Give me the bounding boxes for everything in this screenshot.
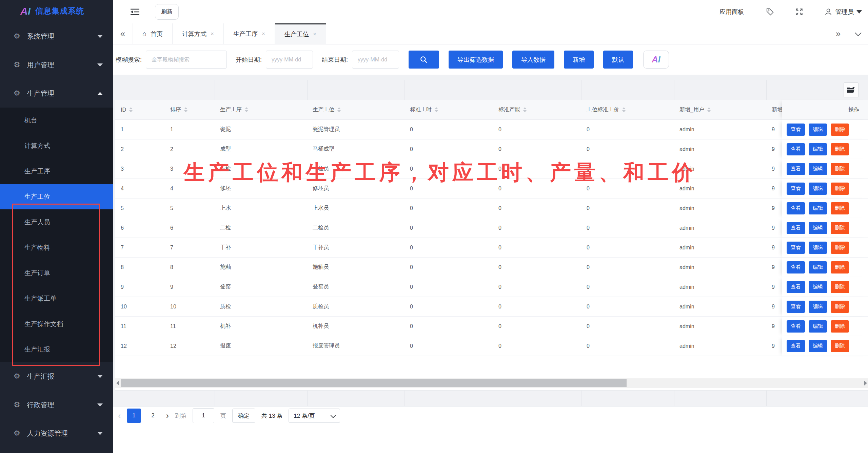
edit-button[interactable]: 编辑: [809, 163, 827, 175]
tab-首页[interactable]: ⌂首页: [133, 23, 173, 44]
edit-button[interactable]: 编辑: [809, 340, 827, 352]
sidebar-group-行政管理[interactable]: ⚙行政管理: [0, 391, 113, 419]
delete-button[interactable]: 删除: [831, 124, 849, 136]
scroll-left-arrow-icon[interactable]: [116, 381, 119, 385]
view-button[interactable]: 查看: [787, 143, 805, 155]
export-filtered-button[interactable]: 导出筛选数据: [449, 51, 503, 69]
view-button[interactable]: 查看: [787, 183, 805, 195]
sidebar-item-生产工序[interactable]: 生产工序: [0, 158, 113, 184]
delete-button[interactable]: 删除: [831, 183, 849, 195]
column-header-ID[interactable]: ID: [115, 100, 165, 119]
view-button[interactable]: 查看: [787, 222, 805, 234]
sidebar-item-生产操作文档[interactable]: 生产操作文档: [0, 311, 113, 337]
sort-icon[interactable]: [337, 107, 341, 112]
sidebar-collapse-icon[interactable]: [130, 8, 140, 16]
confirm-button[interactable]: 确定: [232, 409, 255, 423]
goto-page-input[interactable]: [193, 408, 214, 423]
refresh-button[interactable]: 刷新: [155, 4, 179, 20]
sort-icon[interactable]: [707, 107, 711, 112]
view-button[interactable]: 查看: [787, 281, 805, 293]
view-button[interactable]: 查看: [787, 261, 805, 273]
tag-icon[interactable]: [766, 7, 774, 16]
delete-button[interactable]: 删除: [831, 261, 849, 273]
horizontal-scrollbar[interactable]: [115, 378, 868, 388]
column-header-生产工位[interactable]: 生产工位: [307, 100, 405, 119]
sidebar-item-生产派工单[interactable]: 生产派工单: [0, 286, 113, 311]
view-button[interactable]: 查看: [787, 124, 805, 136]
column-header-新增_用户[interactable]: 新增_用户: [674, 100, 766, 119]
column-header-工位标准工价[interactable]: 工位标准工价: [581, 100, 674, 119]
sidebar-group-生产管理[interactable]: ⚙生产管理: [0, 79, 113, 108]
sidebar-item-计算方式[interactable]: 计算方式: [0, 133, 113, 158]
sidebar-group-生产汇报[interactable]: ⚙生产汇报: [0, 362, 113, 391]
scrollbar-thumb[interactable]: [121, 379, 627, 387]
sidebar-group-系统管理[interactable]: ⚙系统管理: [0, 22, 113, 51]
edit-button[interactable]: 编辑: [809, 222, 827, 234]
view-button[interactable]: 查看: [787, 340, 805, 352]
export-folder-button[interactable]: [844, 82, 859, 97]
edit-button[interactable]: 编辑: [809, 261, 827, 273]
delete-button[interactable]: 删除: [831, 301, 849, 313]
column-header-生产工序[interactable]: 生产工序: [215, 100, 307, 119]
close-icon[interactable]: ×: [262, 31, 265, 37]
edit-button[interactable]: 编辑: [809, 301, 827, 313]
sidebar-item-生产工位[interactable]: 生产工位: [0, 184, 113, 209]
sort-icon[interactable]: [129, 107, 133, 112]
search-button[interactable]: [409, 51, 439, 69]
start-date-input[interactable]: [266, 51, 313, 69]
sidebar-item-生产人员[interactable]: 生产人员: [0, 209, 113, 235]
tabs-scroll-right[interactable]: »: [828, 23, 848, 44]
column-header-标准工时[interactable]: 标准工时: [405, 100, 493, 119]
sort-icon[interactable]: [523, 107, 527, 112]
fullscreen-icon[interactable]: [795, 7, 804, 16]
sidebar-item-生产物料[interactable]: 生产物料: [0, 235, 113, 260]
sidebar-group-人力资源管理[interactable]: ⚙人力资源管理: [0, 419, 113, 448]
page-2[interactable]: 2: [146, 409, 160, 423]
delete-button[interactable]: 删除: [831, 202, 849, 214]
delete-button[interactable]: 删除: [831, 143, 849, 155]
default-button[interactable]: 默认: [603, 51, 633, 69]
delete-button[interactable]: 删除: [831, 222, 849, 234]
delete-button[interactable]: 删除: [831, 320, 849, 333]
end-date-input[interactable]: [352, 51, 399, 69]
sidebar-item-生产汇报[interactable]: 生产汇报: [0, 337, 113, 362]
sort-icon[interactable]: [435, 107, 438, 112]
view-button[interactable]: 查看: [787, 301, 805, 313]
column-header-标准产能[interactable]: 标准产能: [493, 100, 581, 119]
edit-button[interactable]: 编辑: [809, 183, 827, 195]
delete-button[interactable]: 删除: [831, 242, 849, 254]
edit-button[interactable]: 编辑: [809, 202, 827, 214]
tab-生产工位[interactable]: 生产工位×: [275, 23, 326, 44]
prev-page-button[interactable]: ‹: [118, 411, 121, 420]
delete-button[interactable]: 删除: [831, 163, 849, 175]
page-size-select[interactable]: 12 条/页: [289, 409, 340, 423]
edit-button[interactable]: 编辑: [809, 281, 827, 293]
tabs-menu-toggle[interactable]: [848, 23, 868, 44]
tab-生产工序[interactable]: 生产工序×: [224, 23, 275, 44]
delete-button[interactable]: 删除: [831, 281, 849, 293]
view-button[interactable]: 查看: [787, 163, 805, 175]
edit-button[interactable]: 编辑: [809, 124, 827, 136]
scroll-right-arrow-icon[interactable]: [864, 381, 867, 385]
column-header-排序[interactable]: 排序: [165, 100, 215, 119]
close-icon[interactable]: ×: [211, 31, 214, 37]
sidebar-group-用户管理[interactable]: ⚙用户管理: [0, 51, 113, 79]
sidebar-item-机台[interactable]: 机台: [0, 108, 113, 133]
page-1[interactable]: 1: [127, 409, 141, 423]
next-page-button[interactable]: ›: [166, 411, 169, 420]
edit-button[interactable]: 编辑: [809, 143, 827, 155]
sort-icon[interactable]: [622, 107, 626, 112]
view-button[interactable]: 查看: [787, 320, 805, 333]
user-menu[interactable]: 管理员: [824, 7, 862, 16]
add-button[interactable]: 新增: [564, 51, 594, 69]
edit-button[interactable]: 编辑: [809, 320, 827, 333]
import-data-button[interactable]: 导入数据: [512, 51, 554, 69]
close-icon[interactable]: ×: [313, 31, 316, 38]
view-button[interactable]: 查看: [787, 202, 805, 214]
sidebar-item-生产订单[interactable]: 生产订单: [0, 260, 113, 286]
edit-button[interactable]: 编辑: [809, 242, 827, 254]
app-panel-link[interactable]: 应用面板: [719, 8, 744, 16]
ai-assistant-button[interactable]: AI: [643, 51, 669, 69]
view-button[interactable]: 查看: [787, 242, 805, 254]
sort-icon[interactable]: [245, 107, 248, 112]
